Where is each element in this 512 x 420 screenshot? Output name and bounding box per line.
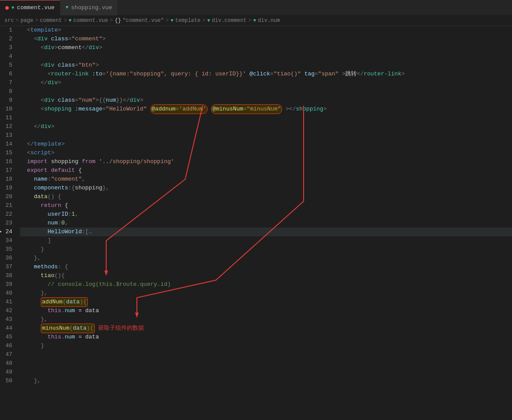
modified-dot bbox=[5, 6, 9, 10]
ln-47: 47 bbox=[0, 350, 15, 359]
code-area[interactable]: 1 2 3 4 5 6 7 8 9 10 11 12 13 14 15 16 1… bbox=[0, 26, 512, 420]
ln-36: 36 bbox=[0, 254, 15, 263]
code-line-11 bbox=[20, 114, 512, 122]
ln-3: 3 bbox=[0, 43, 15, 52]
ln-23: 23 bbox=[0, 219, 15, 228]
ln-40: 40 bbox=[0, 289, 15, 298]
code-line-17: export default { bbox=[20, 166, 512, 175]
bc-div-num: div.num bbox=[258, 18, 280, 24]
ln-5: 5 bbox=[0, 61, 15, 70]
bc-div-num-icon: ▼ bbox=[253, 18, 256, 23]
code-line-39: // console.log(this.$route.query.id) bbox=[20, 280, 512, 289]
ln-9: 9 bbox=[0, 96, 15, 105]
bc-obj-icon: {} bbox=[115, 18, 121, 24]
code-line-41: addNum(data){ bbox=[20, 298, 512, 306]
code-line-48 bbox=[20, 359, 512, 368]
ln-45: 45 bbox=[0, 333, 15, 342]
bc-div-icon: ▼ bbox=[207, 18, 210, 23]
ln-48: 48 bbox=[0, 359, 15, 368]
bc-template-icon: ▼ bbox=[171, 18, 174, 23]
bc-comment: comment bbox=[40, 18, 62, 24]
code-line-3: <div>comment</div> bbox=[20, 43, 512, 52]
bc-src: src bbox=[4, 18, 14, 24]
ln-12: 12 bbox=[0, 122, 15, 131]
bc-sep6: > bbox=[202, 18, 205, 24]
code-content[interactable]: <template> <div class="comment"> <div>co… bbox=[18, 26, 512, 420]
ln-38: 38 bbox=[0, 271, 15, 280]
ln-19: 19 bbox=[0, 184, 15, 192]
code-line-24: HelloWorld:[… bbox=[20, 228, 512, 236]
code-line-20: data() { bbox=[20, 192, 512, 201]
tab-shopping-vue[interactable]: ▼ shopping.vue bbox=[60, 0, 118, 15]
breadcrumb: src > page > comment > ▼ comment.vue > {… bbox=[0, 15, 512, 26]
bc-sep2: > bbox=[35, 18, 38, 24]
code-line-45: this.num = data bbox=[20, 333, 512, 342]
code-line-15: <script> bbox=[20, 149, 512, 157]
code-line-46: } bbox=[20, 342, 512, 350]
ln-10: 10 bbox=[0, 105, 15, 114]
bc-sep7: > bbox=[248, 18, 251, 24]
ln-21: 21 bbox=[0, 201, 15, 210]
ln-15: 15 bbox=[0, 149, 15, 157]
ln-43: 43 bbox=[0, 315, 15, 324]
vue-icon-2: ▼ bbox=[65, 5, 68, 10]
ln-20: 20 bbox=[0, 192, 15, 201]
ln-42: 42 bbox=[0, 306, 15, 315]
tab-label-2: shopping.vue bbox=[71, 4, 112, 11]
bc-template: template bbox=[175, 18, 201, 24]
code-line-40: }, bbox=[20, 289, 512, 298]
ln-7: 7 bbox=[0, 78, 15, 87]
ln-50: 50 bbox=[0, 377, 15, 385]
code-line-5: <div class="btn"> bbox=[20, 61, 512, 70]
vue-icon: ▼ bbox=[11, 5, 14, 11]
ln-44: 44 bbox=[0, 324, 15, 333]
ln-4: 4 bbox=[0, 52, 15, 61]
ln-1: 1 bbox=[0, 26, 15, 35]
tab-comment-vue[interactable]: ▼ comment.vue bbox=[0, 0, 60, 15]
code-line-4 bbox=[20, 52, 512, 61]
ln-22: 22 bbox=[0, 210, 15, 219]
editor: 1 2 3 4 5 6 7 8 9 10 11 12 13 14 15 16 1… bbox=[0, 26, 512, 420]
bc-sep4: > bbox=[110, 18, 113, 24]
code-line-22: userID:1, bbox=[20, 210, 512, 219]
ln-37: 37 bbox=[0, 263, 15, 271]
code-line-9: <div class="num">{{num}}</div> bbox=[20, 96, 512, 105]
code-line-1: <template> bbox=[20, 26, 512, 35]
code-line-14: </template> bbox=[20, 140, 512, 149]
code-line-12: </div> bbox=[20, 122, 512, 131]
bc-sep3: > bbox=[64, 18, 67, 24]
line-numbers: 1 2 3 4 5 6 7 8 9 10 11 12 13 14 15 16 1… bbox=[0, 26, 18, 420]
code-line-6: <router-link :to='{name:"shopping", quer… bbox=[20, 70, 512, 78]
bc-div-comment: div.comment bbox=[212, 18, 247, 24]
code-line-38: tiao(){ bbox=[20, 271, 512, 280]
code-line-18: name:"comment", bbox=[20, 175, 512, 184]
bc-sep5: > bbox=[166, 18, 169, 24]
ln-35: 35 bbox=[0, 245, 15, 254]
bc-obj-name: "comment.vue" bbox=[123, 18, 164, 24]
ln-13: 13 bbox=[0, 131, 15, 140]
ln-24: 24 bbox=[0, 228, 15, 236]
code-line-34: ] bbox=[20, 236, 512, 245]
ln-14: 14 bbox=[0, 140, 15, 149]
code-line-16: import shopping from '../shopping/shoppi… bbox=[20, 157, 512, 166]
ln-49: 49 bbox=[0, 368, 15, 377]
bc-vue-icon: ▼ bbox=[68, 18, 72, 23]
code-line-35: } bbox=[20, 245, 512, 254]
bc-page: page bbox=[21, 18, 33, 24]
ln-39: 39 bbox=[0, 280, 15, 289]
ln-2: 2 bbox=[0, 35, 15, 43]
ln-18: 18 bbox=[0, 175, 15, 184]
tab-label: comment.vue bbox=[17, 4, 55, 11]
code-line-23: num:0, bbox=[20, 219, 512, 228]
bc-file: comment.vue bbox=[73, 18, 108, 24]
code-line-47 bbox=[20, 350, 512, 359]
ln-11: 11 bbox=[0, 114, 15, 122]
code-line-2: <div class="comment"> bbox=[20, 35, 512, 43]
ln-6: 6 bbox=[0, 70, 15, 78]
code-line-44: minusNum(data){ 获取子组件的数据 bbox=[20, 324, 512, 333]
ln-41: 41 bbox=[0, 298, 15, 306]
ln-8: 8 bbox=[0, 87, 15, 96]
code-line-13 bbox=[20, 131, 512, 140]
code-line-37: methods: { bbox=[20, 263, 512, 271]
code-line-21: return { bbox=[20, 201, 512, 210]
